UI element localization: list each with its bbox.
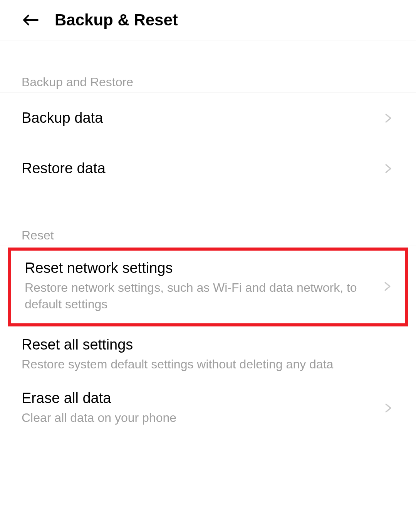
arrow-left-icon xyxy=(22,11,40,29)
section-header-backup-restore: Backup and Restore xyxy=(0,75,416,93)
list-item-subtitle: Restore system default settings without … xyxy=(22,356,394,373)
reset-network-settings-item[interactable]: Reset network settings Restore network s… xyxy=(8,248,408,326)
list-item-content: Reset network settings Restore network s… xyxy=(25,260,377,313)
chevron-right-icon xyxy=(381,280,394,293)
backup-data-item[interactable]: Backup data xyxy=(0,93,416,143)
list-item-subtitle: Restore network settings, such as Wi-Fi … xyxy=(25,279,377,313)
header: Backup & Reset xyxy=(0,0,416,40)
list-item-content: Erase all data Clear all data on your ph… xyxy=(22,390,377,426)
content: Backup and Restore Backup data Restore d… xyxy=(0,75,416,435)
list-item-title: Erase all data xyxy=(22,390,377,407)
restore-data-item[interactable]: Restore data xyxy=(0,143,416,194)
chevron-right-icon xyxy=(382,112,394,124)
list-item-content: Reset all settings Restore system defaul… xyxy=(22,336,394,373)
section-header-reset: Reset xyxy=(0,228,416,246)
list-item-title: Restore data xyxy=(22,160,377,177)
list-item-content: Restore data xyxy=(22,160,377,177)
list-item-title: Backup data xyxy=(22,110,377,126)
reset-all-settings-item[interactable]: Reset all settings Restore system defaul… xyxy=(0,328,416,381)
page-title: Backup & Reset xyxy=(55,11,178,29)
list-item-title: Reset all settings xyxy=(22,336,394,353)
back-button[interactable] xyxy=(22,11,40,29)
list-item-subtitle: Clear all data on your phone xyxy=(22,410,377,426)
list-item-title: Reset network settings xyxy=(25,260,377,276)
chevron-right-icon xyxy=(382,402,394,414)
chevron-right-icon xyxy=(382,162,394,175)
erase-all-data-item[interactable]: Erase all data Clear all data on your ph… xyxy=(0,381,416,435)
list-item-content: Backup data xyxy=(22,110,377,126)
